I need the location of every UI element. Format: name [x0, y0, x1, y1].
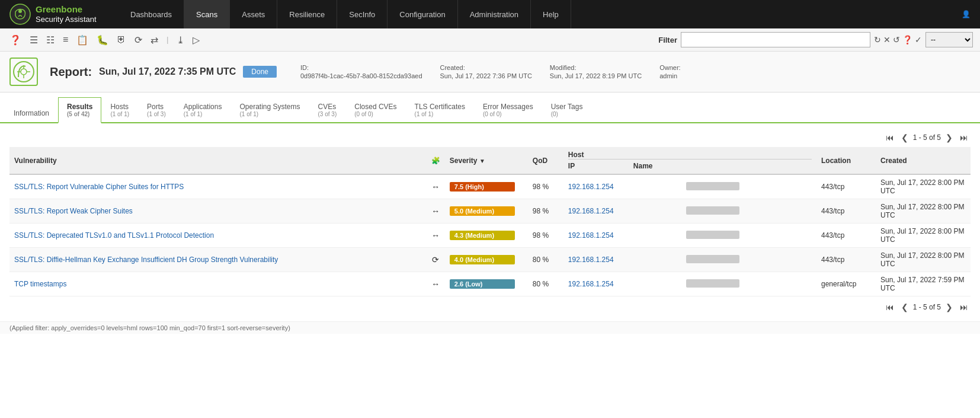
tab-user-tags[interactable]: User Tags (0): [542, 97, 592, 122]
col-host: Host IP Name: [563, 147, 816, 174]
vuln-host-name-cell: [681, 199, 816, 224]
severity-badge: 4.3 (Medium): [450, 231, 515, 240]
vuln-severity-cell: 7.5 (High): [445, 174, 528, 199]
col-severity[interactable]: Severity ▼: [445, 147, 528, 174]
nav-help[interactable]: Help: [531, 0, 571, 28]
nav-dashboards[interactable]: Dashboards: [119, 0, 184, 28]
list-alt-icon[interactable]: ☷: [44, 33, 57, 47]
user-icon[interactable]: 👤: [952, 10, 980, 18]
filter-input[interactable]: [681, 32, 870, 47]
report-id: ID: 0d987f4b-1cac-45b7-8a00-8152cda93aed: [300, 64, 422, 79]
nav-secinfo[interactable]: SecInfo: [337, 0, 387, 28]
nav-items: Dashboards Scans Assets Resilience SecIn…: [119, 0, 952, 28]
nav-configuration[interactable]: Configuration: [387, 0, 457, 28]
filter-list-icon[interactable]: ≡: [60, 33, 71, 46]
delta-icon[interactable]: ⇄: [148, 33, 161, 47]
table-row: TCP timestamps ↔ 2.6 (Low) 80 % 192.168.…: [9, 272, 971, 296]
tab-tls-certificates[interactable]: TLS Certificates (1 of 1): [406, 97, 474, 122]
prev-page-button[interactable]: ❮: [899, 132, 911, 143]
host-ip-link[interactable]: 192.168.1.254: [568, 280, 614, 288]
bug-icon[interactable]: 🐛: [94, 33, 111, 47]
vuln-name-cell: SSL/TLS: Deprecated TLSv1.0 and TLSv1.1 …: [9, 224, 427, 248]
filter-select[interactable]: --: [925, 32, 973, 47]
vuln-host-name-cell: [681, 224, 816, 248]
next-page-button[interactable]: ❯: [943, 132, 955, 143]
report-modified: Modified: Sun, Jul 17, 2022 8:19 PM UTC: [550, 64, 642, 79]
nav-scans[interactable]: Scans: [184, 0, 230, 28]
download-icon[interactable]: ⤓: [174, 33, 187, 47]
vuln-icon-cell: ↔: [427, 224, 445, 248]
vuln-link[interactable]: SSL/TLS: Deprecated TLSv1.0 and TLSv1.1 …: [14, 231, 214, 240]
report-icon: [12, 60, 35, 83]
trigger-icon[interactable]: ▷: [190, 33, 202, 47]
report-title-label: Report:: [50, 65, 92, 79]
svg-point-3: [21, 69, 27, 75]
table-row: SSL/TLS: Report Weak Cipher Suites ↔ 5.0…: [9, 199, 971, 224]
first-page-button[interactable]: ⏮: [883, 132, 896, 143]
vuln-severity-cell: 4.3 (Medium): [445, 224, 528, 248]
filter-reset-icon[interactable]: ↺: [893, 35, 900, 44]
last-page-button[interactable]: ⏭: [957, 132, 971, 143]
nav-administration[interactable]: Administration: [458, 0, 531, 28]
tab-hosts[interactable]: Hosts (1 of 1): [101, 97, 138, 122]
filter-help-icon[interactable]: ❓: [902, 35, 912, 44]
severity-badge: 2.6 (Low): [450, 279, 515, 289]
vuln-icon-cell: ⟳: [427, 248, 445, 272]
filter-refresh-icon[interactable]: ↻: [874, 35, 881, 44]
next-page-button-bottom[interactable]: ❯: [943, 301, 955, 313]
col-location: Location: [816, 147, 876, 174]
vuln-location-cell: 443/tcp: [816, 248, 876, 272]
tab-operating-systems[interactable]: Operating Systems (1 of 1): [230, 97, 309, 122]
tabs: Information Results (5 of 42) Hosts (1 o…: [0, 97, 980, 123]
prev-page-button-bottom[interactable]: ❮: [899, 301, 911, 313]
nav-assets[interactable]: Assets: [230, 0, 277, 28]
pagination-info-bottom: 1 - 5 of 5: [913, 303, 941, 311]
vuln-host-ip-cell: 192.168.1.254: [563, 272, 681, 296]
tab-information[interactable]: Information: [5, 104, 58, 122]
host-ip-link[interactable]: 192.168.1.254: [568, 183, 614, 191]
tab-applications[interactable]: Applications (1 of 1): [175, 97, 231, 122]
nav-resilience[interactable]: Resilience: [277, 0, 337, 28]
table-row: SSL/TLS: Diffie-Hellman Key Exchange Ins…: [9, 248, 971, 272]
last-page-button-bottom[interactable]: ⏭: [957, 301, 971, 313]
vuln-link[interactable]: TCP timestamps: [14, 280, 66, 288]
host-ip-link[interactable]: 192.168.1.254: [568, 207, 614, 215]
report-created-value: Sun, Jul 17, 2022 7:36 PM UTC: [440, 72, 532, 79]
first-page-button-bottom[interactable]: ⏮: [883, 301, 896, 313]
vulnerability-table: Vulnerability 🧩 Severity ▼ QoD Host IP: [9, 147, 971, 296]
help-icon[interactable]: ❓: [7, 33, 24, 47]
pagination-top: ⏮ ❮ 1 - 5 of 5 ❯ ⏭: [9, 132, 971, 143]
col-icon: 🧩: [427, 147, 445, 174]
filter-clear-icon[interactable]: ✕: [883, 35, 891, 44]
note-icon[interactable]: 📋: [74, 33, 91, 47]
vuln-location-cell: 443/tcp: [816, 224, 876, 248]
report-modified-value: Sun, Jul 17, 2022 8:19 PM UTC: [550, 72, 642, 79]
vuln-link[interactable]: SSL/TLS: Report Weak Cipher Suites: [14, 207, 133, 215]
host-ip-link[interactable]: 192.168.1.254: [568, 231, 614, 240]
vuln-link[interactable]: SSL/TLS: Report Vulnerable Cipher Suites…: [14, 183, 184, 191]
tab-cves[interactable]: CVEs (3 of 3): [309, 97, 346, 122]
list-icon[interactable]: ☰: [27, 33, 40, 47]
vuln-qod-cell: 98 %: [528, 199, 563, 224]
report-logo-icon: [9, 58, 38, 86]
shield-icon[interactable]: ⛨: [114, 33, 129, 46]
vuln-location-cell: 443/tcp: [816, 199, 876, 224]
vuln-host-ip-cell: 192.168.1.254: [563, 174, 681, 199]
host-name-blurred: [686, 255, 739, 263]
filter-area: Filter ↻ ✕ ↺ ❓ ✓ --: [658, 32, 973, 47]
tab-error-messages[interactable]: Error Messages (0 of 0): [474, 97, 542, 122]
vuln-link[interactable]: SSL/TLS: Diffie-Hellman Key Exchange Ins…: [14, 256, 278, 264]
filter-label: Filter: [658, 36, 677, 44]
tab-ports[interactable]: Ports (1 of 3): [138, 97, 175, 122]
vuln-qod-cell: 80 %: [528, 248, 563, 272]
vuln-created-cell: Sun, Jul 17, 2022 7:59 PM UTC: [876, 272, 971, 296]
host-ip-link[interactable]: 192.168.1.254: [568, 256, 614, 264]
tab-results[interactable]: Results (5 of 42): [58, 97, 101, 123]
vuln-name-cell: SSL/TLS: Report Vulnerable Cipher Suites…: [9, 174, 427, 199]
logo-area: Greenbone Security Assistant: [0, 4, 119, 25]
filter-edit-icon[interactable]: ✓: [915, 35, 922, 44]
pagination-info: 1 - 5 of 5: [913, 133, 941, 142]
tab-closed-cves[interactable]: Closed CVEs (0 of 0): [345, 97, 405, 122]
host-name-blurred: [686, 206, 739, 215]
override-icon[interactable]: ⟳: [132, 33, 145, 47]
